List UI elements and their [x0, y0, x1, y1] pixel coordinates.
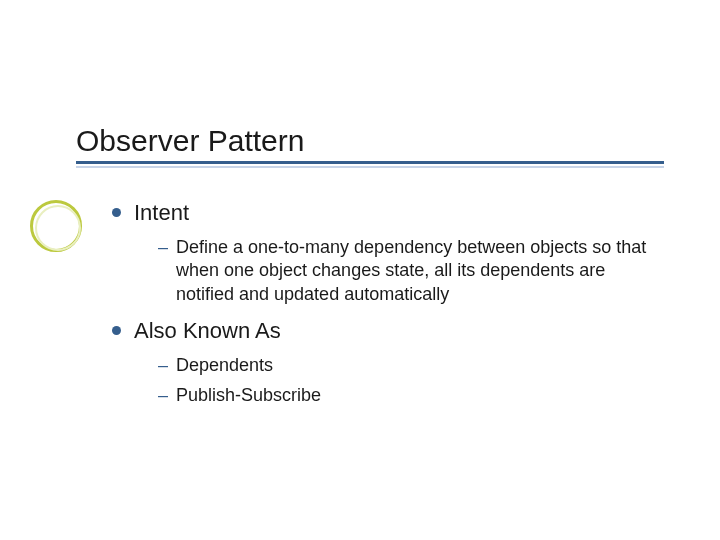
dash-bullet-icon: –	[158, 356, 168, 374]
dot-bullet-icon	[112, 326, 121, 335]
dot-bullet-icon	[112, 208, 121, 217]
list-item: – Publish-Subscribe	[158, 384, 652, 407]
list-item: – Dependents	[158, 354, 652, 377]
dash-bullet-icon: –	[158, 238, 168, 256]
list-item: – Define a one-to-many dependency betwee…	[158, 236, 652, 306]
list-item: Intent – Define a one-to-many dependency…	[112, 200, 652, 306]
subitem-text: Define a one-to-many dependency between …	[176, 236, 652, 306]
bullet-list: Intent – Define a one-to-many dependency…	[112, 200, 652, 407]
section-heading: Also Known As	[134, 318, 281, 344]
title-underline	[76, 161, 664, 168]
subitem-text: Dependents	[176, 354, 273, 377]
slide-body: Intent – Define a one-to-many dependency…	[112, 200, 652, 419]
sublist: – Define a one-to-many dependency betwee…	[134, 236, 652, 306]
dash-bullet-icon: –	[158, 386, 168, 404]
list-item: Also Known As – Dependents – Publish-Sub…	[112, 318, 652, 407]
underline-secondary	[76, 166, 664, 168]
sublist: – Dependents – Publish-Subscribe	[134, 354, 652, 407]
subitem-text: Publish-Subscribe	[176, 384, 321, 407]
underline-primary	[76, 161, 664, 164]
slide-title: Observer Pattern	[76, 124, 304, 158]
section-heading: Intent	[134, 200, 189, 226]
slide: Observer Pattern Intent – Define a one-t…	[0, 0, 720, 540]
ring-decoration-icon	[30, 200, 82, 252]
